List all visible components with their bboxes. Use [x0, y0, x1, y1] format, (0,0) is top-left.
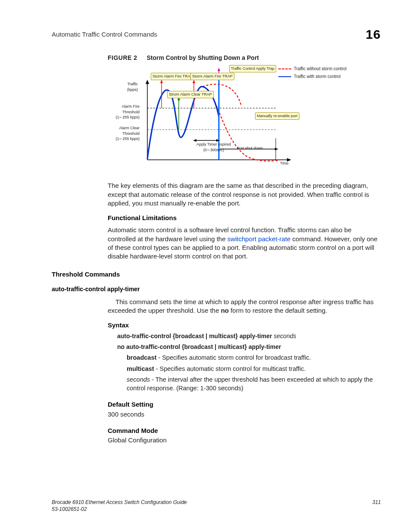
- time-axis-label: Time: [280, 161, 289, 166]
- svg-marker-8: [160, 80, 163, 83]
- command-mode-heading: Command Mode: [108, 426, 381, 435]
- param-broadcast: broadcast - Specifies automatic storm co…: [127, 354, 381, 362]
- storm-fire-trap-box-2: Storm Alarm Fire TRAP: [190, 73, 234, 80]
- syntax-line-2: no auto-traffic-control {broadcast | mul…: [117, 343, 381, 351]
- svg-marker-1: [146, 80, 149, 84]
- apply-timer-label: Apply Timer expired (0∼300sec): [196, 142, 231, 152]
- command-description: This command sets the time at which to a…: [108, 298, 381, 315]
- param-seconds: seconds - The interval after the upper t…: [127, 376, 381, 392]
- figure-caption: FIGURE 2 Storm Control by Shutting Down …: [108, 54, 381, 62]
- functional-limitations-text: Automatic storm control is a software le…: [108, 226, 381, 261]
- legend-without: Traffic without storm control: [294, 66, 346, 72]
- legend-with: Traffic with storm control: [294, 74, 340, 80]
- storm-control-diagram: Traffic (kpps) Alarm Fire Threshold (1∼2…: [125, 65, 353, 177]
- section-title: Automatic Traffic Control Commands: [52, 30, 157, 39]
- syntax-heading: Syntax: [108, 321, 381, 330]
- page-footer: Brocade 6910 Ethernet Access Switch Conf…: [52, 499, 381, 513]
- svg-marker-12: [193, 80, 195, 83]
- default-setting-value: 300 seconds: [108, 410, 381, 419]
- alarm-clear-threshold-label: Alarm Clear Threshold (1∼255 kpps): [112, 125, 140, 141]
- functional-limitations-heading: Functional Limitations: [108, 214, 381, 222]
- port-shutdown-label: Port shut down: [230, 146, 269, 151]
- storm-fire-trap-box-1: Storm Alarm Fire TRAP: [151, 73, 195, 80]
- default-setting-heading: Default Setting: [108, 400, 381, 409]
- traffic-control-apply-box: Traffic Control Apply Trap: [229, 65, 276, 72]
- storm-clear-trap-box: Strom Alarm Clear TRAP: [167, 91, 214, 98]
- svg-marker-19: [275, 148, 278, 150]
- footer-page-number: 311: [372, 499, 381, 513]
- command-mode-value: Global Configuration: [108, 436, 381, 445]
- param-multicast: multicast - Specifies automatic storm co…: [127, 365, 381, 373]
- svg-marker-16: [193, 139, 196, 142]
- threshold-commands-heading: Threshold Commands: [52, 270, 381, 279]
- manual-reenable-box: Manually re-enable port: [255, 112, 299, 119]
- key-elements-paragraph: The key elements of this diagram are the…: [108, 181, 381, 208]
- svg-marker-14: [218, 68, 220, 71]
- figure-title: Storm Control by Shutting Down a Port: [146, 54, 259, 61]
- legend-line-with-icon: [278, 76, 291, 77]
- footer-book-title: Brocade 6910 Ethernet Access Switch Conf…: [52, 499, 187, 506]
- alarm-fire-threshold-label: Alarm Fire Threshold (1∼255 kpps): [112, 104, 140, 119]
- command-name-heading: auto-traffic-control apply-timer: [52, 285, 381, 293]
- y-axis-label: Traffic (kpps): [117, 81, 138, 92]
- switchport-packet-rate-link[interactable]: switchport packet-rate: [227, 235, 291, 243]
- syntax-line-1: auto-traffic-control {broadcast | multic…: [117, 332, 381, 340]
- chapter-number: 16: [366, 26, 381, 44]
- figure-label: FIGURE 2: [108, 54, 137, 61]
- page-header: Automatic Traffic Control Commands 16: [52, 26, 381, 44]
- footer-doc-number: 53-1002651-02: [52, 506, 187, 513]
- legend-line-without-icon: [278, 68, 291, 69]
